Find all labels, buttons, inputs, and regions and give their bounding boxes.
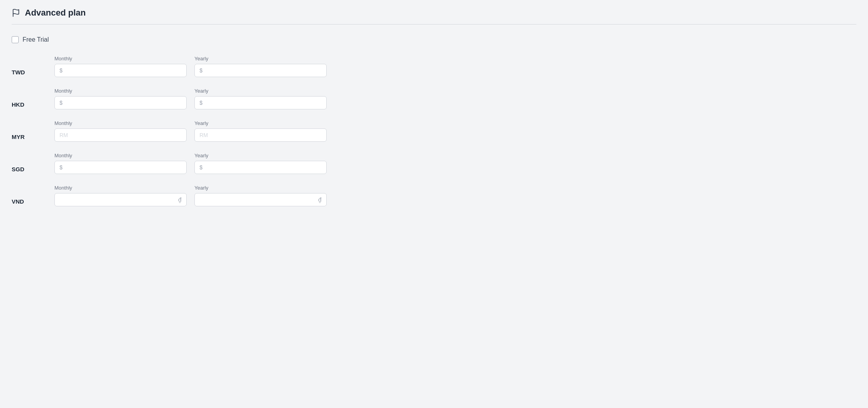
input-prefix-hkd-yearly: $ (200, 100, 203, 106)
field-group-vnd-monthly: Monthly₫ (54, 185, 187, 206)
free-trial-label[interactable]: Free Trial (23, 36, 49, 43)
input-prefix-sgd-monthly: $ (60, 164, 63, 171)
flag-icon (12, 9, 20, 17)
input-prefix-twd-yearly: $ (200, 67, 203, 74)
field-group-sgd-monthly: Monthly$ (54, 153, 187, 174)
page-header: Advanced plan (12, 8, 856, 25)
input-prefix-hkd-monthly: $ (60, 100, 63, 106)
input-wrapper-vnd-monthly: ₫ (54, 193, 187, 206)
currency-section-vnd: VNDMonthly₫Yearly₫ (12, 185, 856, 206)
field-label-myr-yearly: Yearly (194, 120, 327, 126)
currency-sections: TWDMonthly$Yearly$HKDMonthly$Yearly$MYRM… (12, 56, 856, 206)
input-wrapper-hkd-yearly: $ (194, 96, 327, 109)
field-group-myr-monthly: Monthly (54, 120, 187, 142)
field-group-twd-yearly: Yearly$ (194, 56, 327, 77)
free-trial-checkbox[interactable] (12, 36, 19, 43)
currency-input-myr-monthly[interactable] (60, 132, 182, 138)
field-label-twd-monthly: Monthly (54, 56, 187, 62)
input-suffix-vnd-monthly: ₫ (178, 197, 182, 203)
input-wrapper-sgd-monthly: $ (54, 161, 187, 174)
input-wrapper-myr-yearly (194, 128, 327, 142)
field-group-hkd-yearly: Yearly$ (194, 88, 327, 109)
currency-section-hkd: HKDMonthly$Yearly$ (12, 88, 856, 109)
field-label-vnd-yearly: Yearly (194, 185, 327, 191)
field-group-sgd-yearly: Yearly$ (194, 153, 327, 174)
page-title: Advanced plan (25, 8, 86, 18)
field-group-vnd-yearly: Yearly₫ (194, 185, 327, 206)
currency-section-sgd: SGDMonthly$Yearly$ (12, 153, 856, 174)
field-group-myr-yearly: Yearly (194, 120, 327, 142)
field-label-twd-yearly: Yearly (194, 56, 327, 62)
currency-input-twd-yearly[interactable] (205, 67, 322, 74)
currency-section-twd: TWDMonthly$Yearly$ (12, 56, 856, 77)
input-wrapper-hkd-monthly: $ (54, 96, 187, 109)
field-label-vnd-monthly: Monthly (54, 185, 187, 191)
currency-label-sgd: SGD (12, 153, 54, 172)
input-wrapper-myr-monthly (54, 128, 187, 142)
currency-input-vnd-monthly[interactable] (60, 197, 176, 203)
currency-label-hkd: HKD (12, 88, 54, 108)
currency-input-sgd-monthly[interactable] (65, 164, 182, 171)
currency-label-myr: MYR (12, 120, 54, 140)
input-prefix-sgd-yearly: $ (200, 164, 203, 171)
currency-label-twd: TWD (12, 56, 54, 76)
field-label-myr-monthly: Monthly (54, 120, 187, 126)
currency-input-hkd-monthly[interactable] (65, 100, 182, 106)
field-label-hkd-monthly: Monthly (54, 88, 187, 94)
field-label-sgd-yearly: Yearly (194, 153, 327, 158)
currency-label-vnd: VND (12, 185, 54, 205)
field-group-twd-monthly: Monthly$ (54, 56, 187, 77)
currency-input-sgd-yearly[interactable] (205, 164, 322, 171)
currency-section-myr: MYRMonthlyYearly (12, 120, 856, 142)
field-label-hkd-yearly: Yearly (194, 88, 327, 94)
currency-input-myr-yearly[interactable] (200, 132, 322, 138)
input-wrapper-twd-yearly: $ (194, 64, 327, 77)
field-group-hkd-monthly: Monthly$ (54, 88, 187, 109)
input-wrapper-vnd-yearly: ₫ (194, 193, 327, 206)
input-wrapper-twd-monthly: $ (54, 64, 187, 77)
free-trial-row: Free Trial (12, 36, 856, 43)
currency-input-hkd-yearly[interactable] (205, 100, 322, 106)
input-prefix-twd-monthly: $ (60, 67, 63, 74)
field-label-sgd-monthly: Monthly (54, 153, 187, 158)
currency-input-vnd-yearly[interactable] (200, 197, 316, 203)
input-wrapper-sgd-yearly: $ (194, 161, 327, 174)
currency-input-twd-monthly[interactable] (65, 67, 182, 74)
input-suffix-vnd-yearly: ₫ (318, 197, 322, 203)
